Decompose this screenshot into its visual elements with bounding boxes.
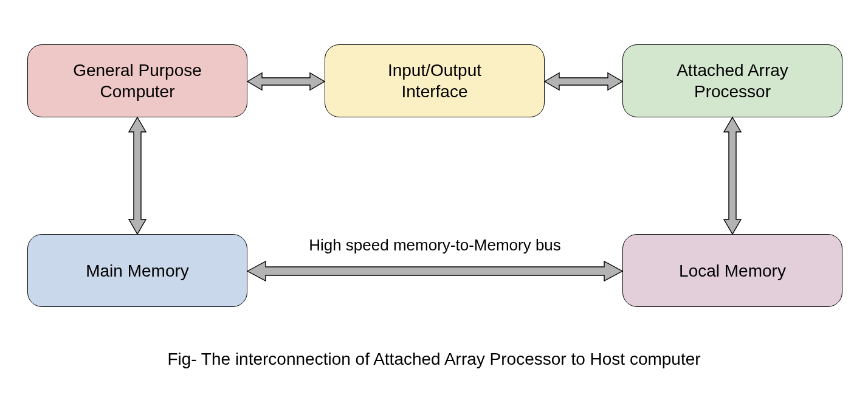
node-general-purpose-computer: General PurposeComputer <box>27 44 247 117</box>
node-label: Input/OutputInterface <box>388 60 481 102</box>
connector-bus <box>247 260 622 282</box>
node-label: Attached ArrayProcessor <box>677 60 788 102</box>
node-main-memory: Main Memory <box>27 234 247 307</box>
connector-io-aap <box>545 72 622 91</box>
svg-marker-3 <box>724 117 741 234</box>
connector-gpc-mainmem <box>128 117 147 234</box>
svg-marker-4 <box>247 261 622 281</box>
connector-aap-localmem <box>723 117 742 234</box>
node-attached-array-processor: Attached ArrayProcessor <box>622 44 842 117</box>
bus-label: High speed memory-to-Memory bus <box>247 236 622 255</box>
svg-marker-1 <box>545 73 622 90</box>
connector-gpc-io <box>247 72 325 91</box>
node-label: Local Memory <box>679 260 786 281</box>
node-io-interface: Input/OutputInterface <box>325 44 545 117</box>
svg-marker-0 <box>247 73 325 90</box>
node-label: Main Memory <box>86 260 189 281</box>
figure-caption: Fig- The interconnection of Attached Arr… <box>0 350 868 369</box>
node-label: General PurposeComputer <box>73 60 202 102</box>
svg-marker-2 <box>129 117 146 234</box>
node-local-memory: Local Memory <box>622 234 842 307</box>
figure-caption-text: Fig- The interconnection of Attached Arr… <box>167 350 700 368</box>
bus-label-text: High speed memory-to-Memory bus <box>309 236 561 254</box>
